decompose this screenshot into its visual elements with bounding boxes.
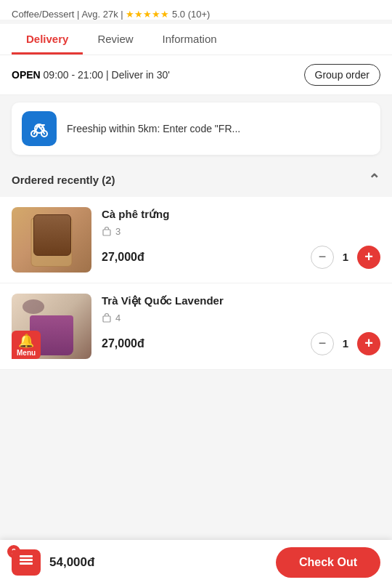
item-price-row: 27,000đ − 1 + xyxy=(102,332,380,355)
svg-rect-6 xyxy=(20,559,33,561)
bottom-bar: 2 54,000đ Check Out xyxy=(0,540,392,585)
freeship-icon-box xyxy=(22,111,57,146)
svg-rect-4 xyxy=(103,316,110,322)
group-order-button[interactable]: Group order xyxy=(304,64,380,86)
item-min-order: 4 xyxy=(102,312,380,323)
item-price-row: 27,000đ − 1 + xyxy=(102,246,380,269)
item-name: Trà Việt Quốc Lavender xyxy=(102,294,380,308)
rating-value: 5.0 xyxy=(172,9,185,20)
quantity-value: 1 xyxy=(340,337,351,350)
avg-price: Avg. 27k xyxy=(81,9,118,20)
collapse-toggle[interactable]: ⌃ xyxy=(368,171,380,188)
category-label: Coffee/Dessert xyxy=(12,9,74,20)
tab-information[interactable]: Information xyxy=(148,24,232,55)
item-list: Cà phê trứng 3 27,000đ − 1 + xyxy=(0,197,392,370)
quantity-value: 1 xyxy=(340,251,351,263)
item-details: Trà Việt Quốc Lavender 4 27,000đ − 1 + xyxy=(102,294,380,355)
cart-icon-wrap: 2 54,000đ xyxy=(12,549,94,576)
svg-rect-3 xyxy=(103,230,110,235)
bell-icon: 🔔 xyxy=(18,333,34,349)
freeship-banner: Freeship within 5km: Enter code "FR... xyxy=(12,102,380,155)
table-row: 🔔 Menu Trà Việt Quốc Lavender 4 27,000đ … xyxy=(0,283,392,370)
menu-badge-label: Menu xyxy=(17,349,36,357)
stars-icon: ★★★★★ xyxy=(126,9,169,20)
menu-overlay-badge[interactable]: 🔔 Menu xyxy=(12,331,41,359)
svg-rect-5 xyxy=(20,555,33,557)
item-image-coffee xyxy=(12,207,91,273)
decrease-quantity-button[interactable]: − xyxy=(311,332,334,355)
freeship-text: Freeship within 5km: Enter code "FR... xyxy=(67,123,240,134)
reviews-count: (10+) xyxy=(188,9,211,20)
increase-quantity-button[interactable]: + xyxy=(357,246,380,269)
cart-total: 54,000đ xyxy=(49,555,94,570)
item-min-order: 3 xyxy=(102,226,380,237)
item-price: 27,000đ xyxy=(102,337,144,350)
delivery-info-bar: OPEN 09:00 - 21:00 | Deliver in 30' Grou… xyxy=(0,55,392,95)
section-title: Ordered recently (2) xyxy=(12,174,115,186)
qty-controls: − 1 + xyxy=(311,332,380,355)
checkout-button[interactable]: Check Out xyxy=(276,547,380,578)
tabs-bar: Delivery Review Information xyxy=(0,24,392,55)
cart-icon-svg xyxy=(18,555,34,570)
svg-rect-7 xyxy=(20,562,33,565)
item-details: Cà phê trứng 3 27,000đ − 1 + xyxy=(102,207,380,269)
section-header: Ordered recently (2) ⌃ xyxy=(0,162,392,197)
tab-review[interactable]: Review xyxy=(83,24,147,55)
open-status: OPEN xyxy=(12,69,41,81)
decrease-quantity-button[interactable]: − xyxy=(311,246,334,269)
bag-icon xyxy=(102,226,112,236)
item-name: Cà phê trứng xyxy=(102,207,380,222)
cart-icon[interactable] xyxy=(12,549,41,576)
bike-icon xyxy=(28,118,50,140)
table-row: Cà phê trứng 3 27,000đ − 1 + xyxy=(0,197,392,283)
bag-icon xyxy=(102,312,112,323)
qty-controls: − 1 + xyxy=(311,246,380,269)
tab-delivery[interactable]: Delivery xyxy=(12,24,83,55)
delivery-text: OPEN 09:00 - 21:00 | Deliver in 30' xyxy=(12,69,170,81)
cart-icon-container[interactable]: 2 xyxy=(12,549,41,576)
increase-quantity-button[interactable]: + xyxy=(357,332,380,355)
top-meta: Coffee/Dessert | Avg. 27k | ★★★★★ 5.0 (1… xyxy=(0,0,392,20)
item-price: 27,000đ xyxy=(102,251,144,264)
